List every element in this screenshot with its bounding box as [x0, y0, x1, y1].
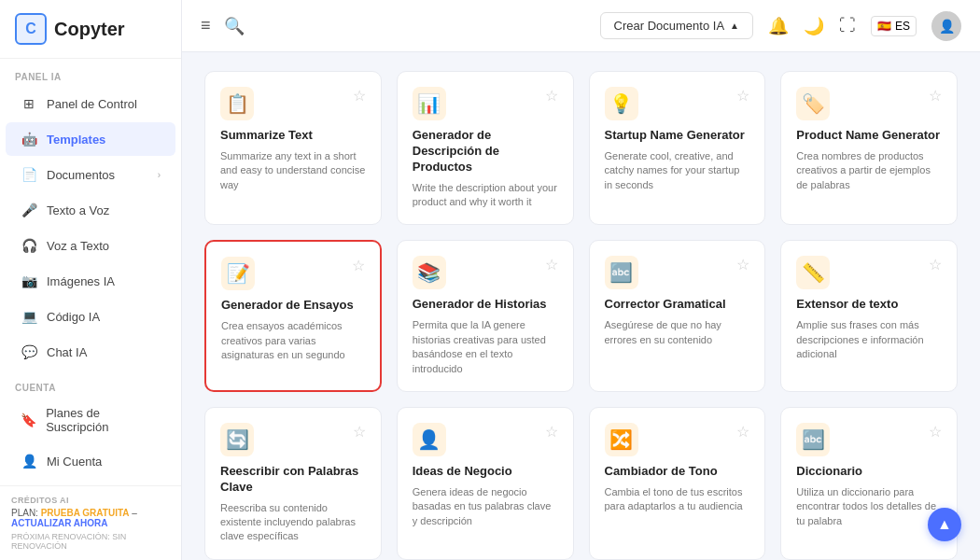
sidebar-item-voz-a-texto[interactable]: 🎧 Voz a Texto	[6, 229, 175, 262]
card-description: Generate cool, creative, and catchy name…	[605, 149, 750, 192]
star-icon[interactable]: ☆	[545, 87, 558, 105]
sidebar-item-templates[interactable]: 🤖 Templates	[6, 122, 175, 156]
card-header: 💡 ☆	[605, 87, 750, 120]
card-generador-historias[interactable]: 📚 ☆ Generador de Historias Permita que l…	[397, 240, 574, 391]
card-description: Utiliza un diccionario para encontrar to…	[796, 485, 942, 528]
star-icon[interactable]: ☆	[929, 423, 942, 441]
cuenta-label: CUENTA	[0, 370, 181, 397]
card-header: 📋 ☆	[220, 87, 366, 120]
sidebar-item-codigo-ia[interactable]: 💻 Código IA	[6, 300, 175, 333]
star-icon[interactable]: ☆	[352, 257, 365, 274]
plan-update-button[interactable]: ACTUALIZAR AHORA	[11, 518, 108, 528]
card-cambiador-tono[interactable]: 🔀 ☆ Cambiador de Tono Cambia el tono de …	[589, 407, 766, 560]
logo-text: Copyter	[54, 19, 125, 40]
chevron-right-icon: ›	[158, 170, 161, 180]
moon-icon[interactable]: 🌙	[804, 16, 824, 36]
sidebar-item-texto-a-voz[interactable]: 🎤 Texto a Voz	[6, 193, 175, 227]
text-to-voice-icon: 🎤	[21, 202, 37, 218]
card-description: Crea nombres de productos creativos a pa…	[796, 149, 942, 192]
scroll-up-button[interactable]: ▲	[928, 508, 961, 541]
card-header: 📚 ☆	[413, 256, 558, 289]
sidebar-bottom: CRÉDITOS AI PLAN: PRUEBA GRATUITA – ACTU…	[0, 485, 181, 560]
expand-icon[interactable]: ⛶	[839, 16, 856, 35]
sidebar-item-documentos[interactable]: 📄 Documentos ›	[6, 158, 175, 191]
star-icon[interactable]: ☆	[929, 256, 942, 273]
star-icon[interactable]: ☆	[545, 423, 558, 441]
code-ia-icon: 💻	[21, 308, 37, 325]
sidebar-item-label: Mi Cuenta	[47, 455, 102, 469]
card-corrector-gramatical[interactable]: 🔤 ☆ Corrector Gramatical Asegúrese de qu…	[589, 240, 766, 391]
card-icon: 📏	[796, 256, 830, 289]
avatar[interactable]: 👤	[931, 11, 961, 41]
templates-icon: 🤖	[21, 131, 37, 147]
card-icon: 📚	[413, 256, 446, 289]
star-icon[interactable]: ☆	[736, 423, 749, 441]
sidebar-item-label: Panel de Control	[47, 97, 137, 111]
bell-icon[interactable]: 🔔	[768, 16, 789, 36]
card-product-name[interactable]: 🏷️ ☆ Product Name Generator Crea nombres…	[780, 71, 958, 225]
logo-icon: C	[15, 13, 47, 45]
card-icon: 📋	[220, 87, 254, 120]
star-icon[interactable]: ☆	[736, 256, 749, 273]
card-title: Generador de Historias	[413, 297, 558, 313]
card-header: 📝 ☆	[221, 257, 365, 290]
avatar-icon: 👤	[939, 19, 955, 34]
star-icon[interactable]: ☆	[929, 87, 942, 105]
planes-icon: 🔖	[21, 412, 36, 428]
star-icon[interactable]: ☆	[545, 256, 558, 273]
voice-to-text-icon: 🎧	[21, 237, 37, 254]
hamburger-icon[interactable]: ≡	[201, 16, 211, 35]
star-icon[interactable]: ☆	[353, 87, 366, 105]
panel-ia-label: PANEL IA	[0, 59, 181, 86]
card-diccionario[interactable]: 🔤 ☆ Diccionario Utiliza un diccionario p…	[780, 407, 958, 560]
search-icon[interactable]: 🔍	[224, 16, 245, 36]
language-selector[interactable]: 🇪🇸 ES	[871, 16, 917, 36]
star-icon[interactable]: ☆	[353, 423, 366, 441]
plan-prefix-label: PLAN:	[11, 508, 38, 518]
sidebar-item-planes[interactable]: 🔖 Planes de Suscripción	[6, 398, 175, 442]
card-description: Amplie sus frases con más descripciones …	[796, 318, 942, 361]
star-icon[interactable]: ☆	[736, 87, 749, 105]
chat-ia-icon: 💬	[21, 343, 37, 360]
sidebar-item-label: Chat IA	[47, 345, 87, 359]
creditos-label: CRÉDITOS AI	[11, 496, 170, 505]
card-icon: 🔤	[605, 256, 638, 289]
images-ia-icon: 📷	[21, 273, 37, 289]
card-startup-name[interactable]: 💡 ☆ Startup Name Generator Generate cool…	[589, 71, 766, 225]
card-summarize-text[interactable]: 📋 ☆ Summarize Text Summarize any text in…	[204, 71, 382, 225]
sidebar-item-label: Código IA	[47, 310, 100, 324]
card-icon: 📊	[413, 87, 446, 120]
card-title: Product Name Generator	[796, 128, 942, 144]
card-header: 📏 ☆	[796, 256, 942, 289]
card-generador-ensayos[interactable]: 📝 ☆ Generador de Ensayos Crea ensayos ac…	[204, 240, 382, 391]
card-ideas-negocio[interactable]: 👤 ☆ Ideas de Negocio Genera ideas de neg…	[397, 407, 574, 560]
card-icon: 💡	[605, 87, 638, 120]
sidebar-item-chat-ia[interactable]: 💬 Chat IA	[6, 335, 175, 369]
card-description: Asegúrese de que no hay errores en su co…	[605, 318, 750, 347]
card-header: 🏷️ ☆	[796, 87, 942, 120]
card-icon: 🔤	[796, 423, 830, 456]
card-generador-descripcion[interactable]: 📊 ☆ Generador de Descripción de Producto…	[397, 71, 574, 225]
card-extensor-texto[interactable]: 📏 ☆ Extensor de texto Amplie sus frases …	[780, 240, 958, 391]
sidebar-item-panel-control[interactable]: ⊞ Panel de Control	[6, 87, 175, 120]
topnav-right: Crear Documento IA ▲ 🔔 🌙 ⛶ 🇪🇸 ES 👤	[600, 11, 961, 41]
card-icon: 🔀	[605, 423, 638, 456]
flag-icon: 🇪🇸	[877, 20, 891, 33]
card-icon: 📝	[221, 257, 255, 290]
sidebar: C Copyter PANEL IA ⊞ Panel de Control 🤖 …	[0, 0, 182, 560]
card-title: Summarize Text	[220, 128, 366, 144]
sidebar-item-imagenes-ia[interactable]: 📷 Imágenes IA	[6, 264, 175, 298]
card-description: Write the description about your product…	[413, 181, 558, 210]
card-title: Ideas de Negocio	[413, 464, 558, 480]
plan-trial-label: PRUEBA GRATUITA	[41, 508, 130, 518]
card-icon: 👤	[413, 423, 446, 456]
main-area: ≡ 🔍 Crear Documento IA ▲ 🔔 🌙 ⛶ 🇪🇸 ES 👤	[182, 0, 980, 560]
card-reescribir-palabras[interactable]: 🔄 ☆ Reescribir con Palabras Clave Reescr…	[204, 407, 382, 560]
card-description: Crea ensayos académicos creativos para v…	[221, 319, 365, 362]
card-title: Reescribir con Palabras Clave	[220, 464, 366, 496]
crear-documento-button[interactable]: Crear Documento IA ▲	[600, 12, 753, 39]
card-description: Permita que la IA genere historias creat…	[413, 318, 558, 376]
sidebar-item-mi-cuenta[interactable]: 👤 Mi Cuenta	[6, 444, 175, 478]
card-title: Generador de Descripción de Productos	[413, 128, 558, 175]
card-title: Extensor de texto	[796, 297, 942, 313]
